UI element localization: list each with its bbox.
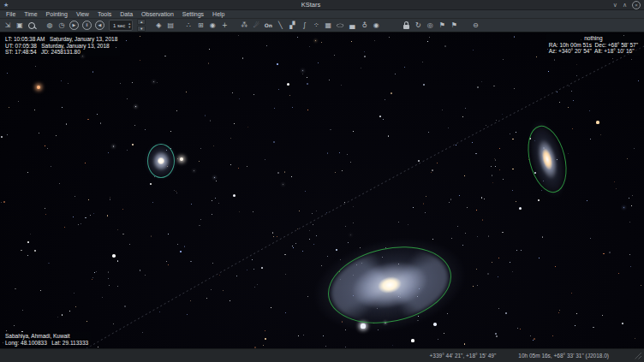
step-down-button[interactable]: ▼: [137, 26, 146, 32]
bright-star: [596, 121, 599, 123]
background-star: [492, 175, 493, 176]
background-star: [166, 261, 167, 262]
toggle-stars-icon[interactable]: ⁂: [239, 21, 249, 31]
toggle-constellation-boundaries-icon[interactable]: ▞: [287, 21, 297, 31]
toggle-constellation-lines-icon[interactable]: ╲: [275, 21, 285, 31]
menu-item-pointing[interactable]: Pointing: [42, 10, 72, 18]
background-star: [353, 206, 354, 207]
background-star: [30, 234, 31, 234]
menu-item-data[interactable]: Data: [116, 10, 137, 18]
time-step-stepper[interactable]: ▲▼: [137, 19, 146, 32]
background-star: [122, 209, 123, 210]
background-star: [361, 68, 361, 68]
deep-sky-objects-icon[interactable]: ⊞: [195, 21, 206, 31]
whats-interesting-icon[interactable]: ◉: [371, 21, 381, 31]
supernovae-icon[interactable]: +: [219, 21, 230, 31]
background-star: [85, 163, 86, 163]
minimize-button[interactable]: ∨: [613, 2, 617, 8]
background-star: [113, 323, 114, 324]
menu-item-view[interactable]: View: [72, 10, 93, 18]
background-star: [273, 141, 275, 143]
background-star: [634, 148, 635, 149]
background-star: [552, 335, 553, 336]
resize-grip[interactable]: [635, 353, 641, 359]
toggle-horizon-icon[interactable]: ◯: [335, 22, 345, 28]
stars-catalog-icon[interactable]: ∴: [183, 21, 194, 31]
background-star: [330, 129, 331, 131]
background-star: [502, 232, 504, 234]
bright-star: [336, 249, 338, 252]
menu-item-observation[interactable]: Observation: [137, 10, 178, 18]
spinbox-arrows-icon[interactable]: ▲▼: [128, 22, 131, 27]
open-fits-icon[interactable]: ▣: [15, 21, 25, 31]
background-star: [569, 86, 569, 86]
toggle-constellation-names-icon[interactable]: On: [263, 21, 273, 31]
set-time-icon[interactable]: ◷: [57, 21, 67, 31]
geolocation-icon[interactable]: ◍: [45, 21, 55, 31]
maximize-button[interactable]: ∧: [623, 2, 627, 8]
menu-item-help[interactable]: Help: [208, 10, 229, 18]
toggle-comets-icon[interactable]: ☄: [251, 21, 261, 31]
menu-item-tools[interactable]: Tools: [93, 10, 116, 18]
background-star: [47, 148, 48, 149]
background-star: [110, 197, 110, 198]
background-star: [218, 203, 219, 204]
close-button[interactable]: ×: [632, 1, 641, 9]
background-star: [498, 276, 498, 277]
flag-icon-2[interactable]: ⚑: [449, 21, 459, 31]
background-star: [253, 94, 254, 95]
background-star: [35, 66, 36, 67]
toggle-planets-icon[interactable]: ♁: [359, 21, 369, 31]
background-star: [350, 162, 351, 163]
background-star: [27, 241, 29, 243]
background-star: [230, 138, 231, 139]
center-telescope-icon[interactable]: ◎: [425, 21, 435, 31]
galaxy-ngc3077-catalog-circle[interactable]: [147, 144, 175, 178]
background-star: [190, 261, 191, 262]
background-star: [572, 128, 573, 129]
background-star: [108, 278, 109, 279]
flag-icon-1[interactable]: ⚑: [437, 21, 447, 31]
toggle-milky-way-icon[interactable]: ∫: [299, 21, 309, 31]
background-star: [39, 133, 39, 134]
background-star: [216, 181, 217, 181]
zoom-out-icon[interactable]: ⊖: [470, 21, 480, 31]
pause-clock-icon[interactable]: Ⅱ: [82, 21, 92, 30]
sky-map[interactable]: LT: 10:05:38 AM Saturday, January 13, 20…: [0, 33, 644, 348]
geo-infobox[interactable]: Sabahiya, Ahmadi, KuwaitLong: 48.100833 …: [3, 332, 91, 347]
menu-item-settings[interactable]: Settings: [178, 10, 208, 18]
background-star: [447, 313, 448, 314]
background-star: [153, 81, 154, 82]
time-step-spinbox[interactable]: 1 sec▲▼: [109, 20, 133, 31]
time-infobox[interactable]: LT: 10:05:38 AM Saturday, January 13, 20…: [3, 35, 120, 56]
toggle-equatorial-grid-icon[interactable]: ▦: [323, 21, 333, 31]
download-extra-data-icon[interactable]: ⇲: [3, 21, 13, 31]
hips-image-overlay-icon[interactable]: ▤: [165, 21, 176, 31]
toggle-deep-sky-icon[interactable]: ⁘: [311, 21, 321, 31]
background-star: [459, 195, 460, 196]
background-star: [590, 238, 591, 239]
time-step-value: 1 sec: [113, 23, 125, 28]
background-star: [462, 116, 463, 117]
background-star: [100, 122, 102, 124]
step-backward-icon[interactable]: ◀: [95, 21, 104, 30]
find-object-icon[interactable]: [27, 21, 37, 31]
background-star: [345, 226, 346, 227]
focus-infobox[interactable]: nothingRA: 10h 00m 51s Dec: +68° 58' 57"…: [546, 34, 641, 56]
background-star: [341, 85, 342, 86]
zoom-default-fov-icon[interactable]: ◈: [153, 21, 164, 31]
menu-item-time[interactable]: Time: [20, 10, 41, 18]
run-clock-icon[interactable]: ▶: [69, 21, 79, 30]
background-star: [374, 40, 375, 41]
bright-star: [150, 183, 152, 185]
menu-item-file[interactable]: File: [2, 10, 20, 18]
background-star: [426, 196, 426, 197]
track-object-icon[interactable]: ↻: [413, 21, 423, 31]
background-star: [86, 321, 87, 322]
lock-position-icon[interactable]: [401, 21, 411, 31]
background-star: [191, 204, 192, 205]
solar-system-icon[interactable]: ◉: [207, 21, 218, 31]
background-star: [423, 203, 424, 204]
step-up-button[interactable]: ▲: [137, 19, 146, 25]
toggle-ground-icon[interactable]: ▄: [347, 21, 357, 31]
